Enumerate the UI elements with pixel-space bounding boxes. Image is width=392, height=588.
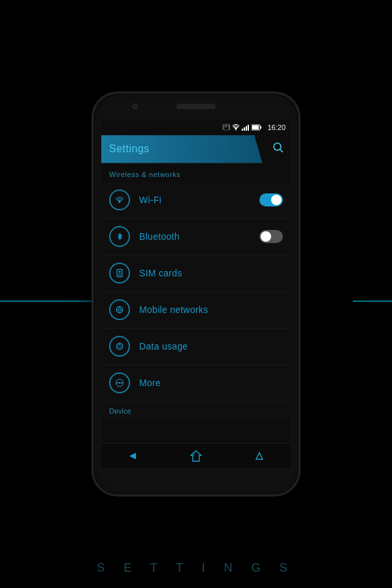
bluetooth-toggle-knob bbox=[261, 231, 271, 242]
wifi-toggle[interactable] bbox=[259, 193, 283, 206]
phone-camera bbox=[133, 104, 138, 109]
wifi-item[interactable]: Wi-Fi bbox=[101, 182, 291, 219]
wifi-toggle-knob bbox=[271, 195, 282, 205]
phone-top bbox=[93, 93, 299, 120]
svg-rect-11 bbox=[117, 270, 122, 277]
sim-icon-circle bbox=[109, 263, 130, 284]
phone-speaker bbox=[176, 104, 216, 109]
svg-rect-7 bbox=[260, 126, 261, 129]
svg-rect-1 bbox=[242, 129, 243, 131]
phone-body: 📳 bbox=[91, 91, 301, 497]
back-button[interactable] bbox=[120, 446, 146, 466]
status-icons: 📳 bbox=[222, 123, 262, 131]
bluetooth-label: Bluetooth bbox=[139, 231, 259, 242]
app-header: Settings bbox=[101, 135, 291, 164]
sim-label: SIM cards bbox=[139, 268, 283, 278]
bluetooth-icon-circle bbox=[109, 226, 130, 247]
mobile-icon-circle bbox=[109, 299, 130, 320]
nav-bar bbox=[101, 443, 291, 469]
svg-rect-4 bbox=[248, 125, 249, 131]
svg-point-20 bbox=[117, 382, 118, 384]
more-icon-circle bbox=[109, 372, 130, 393]
svg-point-22 bbox=[121, 382, 122, 384]
settings-list: Wi-Fi Bluetooth bbox=[101, 182, 291, 402]
svg-point-10 bbox=[119, 202, 120, 203]
vibrate-icon: 📳 bbox=[222, 123, 230, 131]
wifi-status-icon bbox=[232, 124, 240, 131]
data-usage-item[interactable]: Data usage bbox=[101, 329, 291, 365]
svg-marker-27 bbox=[256, 453, 263, 459]
phone-frame: 📳 bbox=[0, 0, 392, 588]
more-label: More bbox=[139, 378, 283, 388]
svg-point-0 bbox=[235, 129, 237, 130]
sim-icon bbox=[114, 268, 125, 278]
section-title-wireless: Wireless & networks bbox=[109, 171, 180, 178]
accent-line-left bbox=[0, 301, 91, 302]
phone-screen: 📳 bbox=[101, 120, 291, 443]
signal-icon bbox=[242, 124, 250, 131]
svg-line-9 bbox=[280, 150, 284, 153]
app-title: Settings bbox=[101, 143, 150, 155]
mobile-networks-item[interactable]: Mobile networks bbox=[101, 292, 291, 329]
data-usage-label: Data usage bbox=[139, 341, 283, 351]
svg-rect-3 bbox=[246, 126, 247, 131]
bluetooth-icon bbox=[114, 231, 125, 242]
svg-rect-2 bbox=[244, 127, 245, 131]
home-button[interactable] bbox=[183, 446, 209, 466]
svg-rect-12 bbox=[118, 271, 120, 272]
wifi-label: Wi-Fi bbox=[139, 195, 259, 205]
accent-line-right bbox=[353, 301, 392, 302]
wifi-icon-circle bbox=[109, 189, 130, 210]
status-time: 16:20 bbox=[267, 123, 286, 131]
data-usage-icon bbox=[114, 341, 125, 351]
recent-button[interactable] bbox=[246, 446, 272, 466]
svg-point-21 bbox=[119, 382, 120, 384]
partial-section-title: Device bbox=[109, 407, 131, 415]
svg-rect-6 bbox=[252, 125, 259, 129]
search-button[interactable] bbox=[272, 142, 284, 156]
sim-item[interactable]: SIM cards bbox=[101, 255, 291, 292]
section-header-wireless: Wireless & networks bbox=[101, 164, 291, 182]
bluetooth-toggle[interactable] bbox=[259, 230, 283, 243]
partial-section-header: Device bbox=[101, 402, 291, 419]
more-icon bbox=[114, 378, 125, 388]
svg-point-8 bbox=[274, 143, 281, 150]
mobile-networks-label: Mobile networks bbox=[139, 304, 283, 315]
more-item[interactable]: More bbox=[101, 365, 291, 402]
bottom-settings-text: S E T T I N G S bbox=[97, 561, 295, 575]
bluetooth-item[interactable]: Bluetooth bbox=[101, 219, 291, 255]
status-bar: 📳 bbox=[101, 120, 291, 135]
data-usage-icon-circle bbox=[109, 336, 130, 357]
mobile-networks-icon bbox=[114, 304, 125, 315]
svg-marker-24 bbox=[129, 453, 136, 459]
svg-point-18 bbox=[118, 345, 122, 348]
battery-icon bbox=[252, 124, 262, 131]
wifi-icon bbox=[114, 195, 125, 205]
